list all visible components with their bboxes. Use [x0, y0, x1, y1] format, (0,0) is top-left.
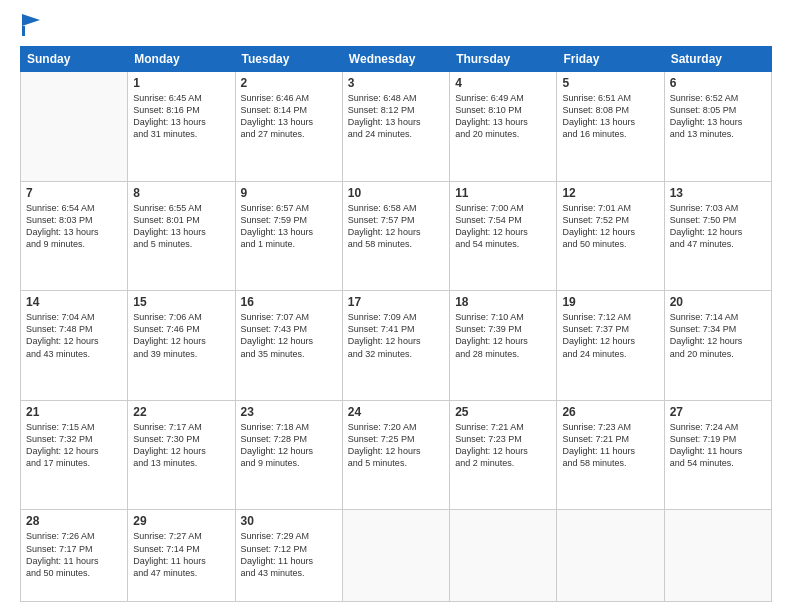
calendar-cell: 13Sunrise: 7:03 AM Sunset: 7:50 PM Dayli…: [664, 181, 771, 291]
header: [20, 16, 772, 36]
weekday-header-wednesday: Wednesday: [342, 47, 449, 72]
calendar-cell: 25Sunrise: 7:21 AM Sunset: 7:23 PM Dayli…: [450, 400, 557, 510]
weekday-header-friday: Friday: [557, 47, 664, 72]
cell-info: Sunrise: 7:14 AM Sunset: 7:34 PM Dayligh…: [670, 311, 766, 360]
calendar-week-3: 14Sunrise: 7:04 AM Sunset: 7:48 PM Dayli…: [21, 291, 772, 401]
logo-flag-icon: [22, 14, 40, 36]
cell-info: Sunrise: 6:57 AM Sunset: 7:59 PM Dayligh…: [241, 202, 337, 251]
cell-info: Sunrise: 6:52 AM Sunset: 8:05 PM Dayligh…: [670, 92, 766, 141]
calendar-week-2: 7Sunrise: 6:54 AM Sunset: 8:03 PM Daylig…: [21, 181, 772, 291]
calendar-cell: 28Sunrise: 7:26 AM Sunset: 7:17 PM Dayli…: [21, 510, 128, 602]
day-number: 16: [241, 295, 337, 309]
calendar-cell: 17Sunrise: 7:09 AM Sunset: 7:41 PM Dayli…: [342, 291, 449, 401]
day-number: 25: [455, 405, 551, 419]
cell-info: Sunrise: 6:58 AM Sunset: 7:57 PM Dayligh…: [348, 202, 444, 251]
cell-info: Sunrise: 7:23 AM Sunset: 7:21 PM Dayligh…: [562, 421, 658, 470]
cell-info: Sunrise: 7:09 AM Sunset: 7:41 PM Dayligh…: [348, 311, 444, 360]
day-number: 10: [348, 186, 444, 200]
day-number: 8: [133, 186, 229, 200]
day-number: 29: [133, 514, 229, 528]
cell-info: Sunrise: 6:45 AM Sunset: 8:16 PM Dayligh…: [133, 92, 229, 141]
calendar-cell: 16Sunrise: 7:07 AM Sunset: 7:43 PM Dayli…: [235, 291, 342, 401]
weekday-header-thursday: Thursday: [450, 47, 557, 72]
cell-info: Sunrise: 7:10 AM Sunset: 7:39 PM Dayligh…: [455, 311, 551, 360]
calendar-cell: 21Sunrise: 7:15 AM Sunset: 7:32 PM Dayli…: [21, 400, 128, 510]
day-number: 20: [670, 295, 766, 309]
logo: [20, 16, 40, 36]
calendar-cell: 4Sunrise: 6:49 AM Sunset: 8:10 PM Daylig…: [450, 72, 557, 182]
day-number: 18: [455, 295, 551, 309]
calendar-week-5: 28Sunrise: 7:26 AM Sunset: 7:17 PM Dayli…: [21, 510, 772, 602]
weekday-header-monday: Monday: [128, 47, 235, 72]
cell-info: Sunrise: 7:12 AM Sunset: 7:37 PM Dayligh…: [562, 311, 658, 360]
calendar-cell: 6Sunrise: 6:52 AM Sunset: 8:05 PM Daylig…: [664, 72, 771, 182]
calendar-cell: 29Sunrise: 7:27 AM Sunset: 7:14 PM Dayli…: [128, 510, 235, 602]
day-number: 13: [670, 186, 766, 200]
cell-info: Sunrise: 7:21 AM Sunset: 7:23 PM Dayligh…: [455, 421, 551, 470]
cell-info: Sunrise: 6:49 AM Sunset: 8:10 PM Dayligh…: [455, 92, 551, 141]
cell-info: Sunrise: 7:06 AM Sunset: 7:46 PM Dayligh…: [133, 311, 229, 360]
calendar-cell: [664, 510, 771, 602]
cell-info: Sunrise: 7:04 AM Sunset: 7:48 PM Dayligh…: [26, 311, 122, 360]
day-number: 11: [455, 186, 551, 200]
day-number: 21: [26, 405, 122, 419]
cell-info: Sunrise: 7:01 AM Sunset: 7:52 PM Dayligh…: [562, 202, 658, 251]
day-number: 15: [133, 295, 229, 309]
day-number: 12: [562, 186, 658, 200]
svg-marker-0: [22, 14, 40, 26]
calendar-cell: 20Sunrise: 7:14 AM Sunset: 7:34 PM Dayli…: [664, 291, 771, 401]
cell-info: Sunrise: 6:48 AM Sunset: 8:12 PM Dayligh…: [348, 92, 444, 141]
cell-info: Sunrise: 7:24 AM Sunset: 7:19 PM Dayligh…: [670, 421, 766, 470]
weekday-header-sunday: Sunday: [21, 47, 128, 72]
day-number: 26: [562, 405, 658, 419]
day-number: 23: [241, 405, 337, 419]
calendar-week-1: 1Sunrise: 6:45 AM Sunset: 8:16 PM Daylig…: [21, 72, 772, 182]
weekday-header-row: SundayMondayTuesdayWednesdayThursdayFrid…: [21, 47, 772, 72]
calendar-cell: 5Sunrise: 6:51 AM Sunset: 8:08 PM Daylig…: [557, 72, 664, 182]
day-number: 14: [26, 295, 122, 309]
calendar-cell: [21, 72, 128, 182]
day-number: 24: [348, 405, 444, 419]
calendar-cell: 24Sunrise: 7:20 AM Sunset: 7:25 PM Dayli…: [342, 400, 449, 510]
calendar-cell: 22Sunrise: 7:17 AM Sunset: 7:30 PM Dayli…: [128, 400, 235, 510]
day-number: 6: [670, 76, 766, 90]
calendar-cell: 10Sunrise: 6:58 AM Sunset: 7:57 PM Dayli…: [342, 181, 449, 291]
calendar-cell: [557, 510, 664, 602]
calendar-cell: [342, 510, 449, 602]
day-number: 22: [133, 405, 229, 419]
svg-rect-1: [22, 26, 25, 36]
day-number: 5: [562, 76, 658, 90]
cell-info: Sunrise: 7:27 AM Sunset: 7:14 PM Dayligh…: [133, 530, 229, 579]
calendar-cell: 19Sunrise: 7:12 AM Sunset: 7:37 PM Dayli…: [557, 291, 664, 401]
cell-info: Sunrise: 7:00 AM Sunset: 7:54 PM Dayligh…: [455, 202, 551, 251]
day-number: 4: [455, 76, 551, 90]
cell-info: Sunrise: 7:03 AM Sunset: 7:50 PM Dayligh…: [670, 202, 766, 251]
calendar-week-4: 21Sunrise: 7:15 AM Sunset: 7:32 PM Dayli…: [21, 400, 772, 510]
day-number: 28: [26, 514, 122, 528]
calendar-cell: 3Sunrise: 6:48 AM Sunset: 8:12 PM Daylig…: [342, 72, 449, 182]
cell-info: Sunrise: 7:07 AM Sunset: 7:43 PM Dayligh…: [241, 311, 337, 360]
day-number: 17: [348, 295, 444, 309]
day-number: 30: [241, 514, 337, 528]
weekday-header-tuesday: Tuesday: [235, 47, 342, 72]
cell-info: Sunrise: 7:29 AM Sunset: 7:12 PM Dayligh…: [241, 530, 337, 579]
day-number: 2: [241, 76, 337, 90]
page: SundayMondayTuesdayWednesdayThursdayFrid…: [0, 0, 792, 612]
cell-info: Sunrise: 6:54 AM Sunset: 8:03 PM Dayligh…: [26, 202, 122, 251]
cell-info: Sunrise: 7:18 AM Sunset: 7:28 PM Dayligh…: [241, 421, 337, 470]
cell-info: Sunrise: 7:26 AM Sunset: 7:17 PM Dayligh…: [26, 530, 122, 579]
calendar-cell: 23Sunrise: 7:18 AM Sunset: 7:28 PM Dayli…: [235, 400, 342, 510]
day-number: 27: [670, 405, 766, 419]
day-number: 1: [133, 76, 229, 90]
calendar-cell: 26Sunrise: 7:23 AM Sunset: 7:21 PM Dayli…: [557, 400, 664, 510]
calendar-cell: 27Sunrise: 7:24 AM Sunset: 7:19 PM Dayli…: [664, 400, 771, 510]
calendar-cell: 7Sunrise: 6:54 AM Sunset: 8:03 PM Daylig…: [21, 181, 128, 291]
cell-info: Sunrise: 6:46 AM Sunset: 8:14 PM Dayligh…: [241, 92, 337, 141]
calendar-cell: 15Sunrise: 7:06 AM Sunset: 7:46 PM Dayli…: [128, 291, 235, 401]
calendar-cell: 11Sunrise: 7:00 AM Sunset: 7:54 PM Dayli…: [450, 181, 557, 291]
calendar-cell: 2Sunrise: 6:46 AM Sunset: 8:14 PM Daylig…: [235, 72, 342, 182]
calendar-cell: 14Sunrise: 7:04 AM Sunset: 7:48 PM Dayli…: [21, 291, 128, 401]
calendar-table: SundayMondayTuesdayWednesdayThursdayFrid…: [20, 46, 772, 602]
calendar-cell: 30Sunrise: 7:29 AM Sunset: 7:12 PM Dayli…: [235, 510, 342, 602]
day-number: 3: [348, 76, 444, 90]
